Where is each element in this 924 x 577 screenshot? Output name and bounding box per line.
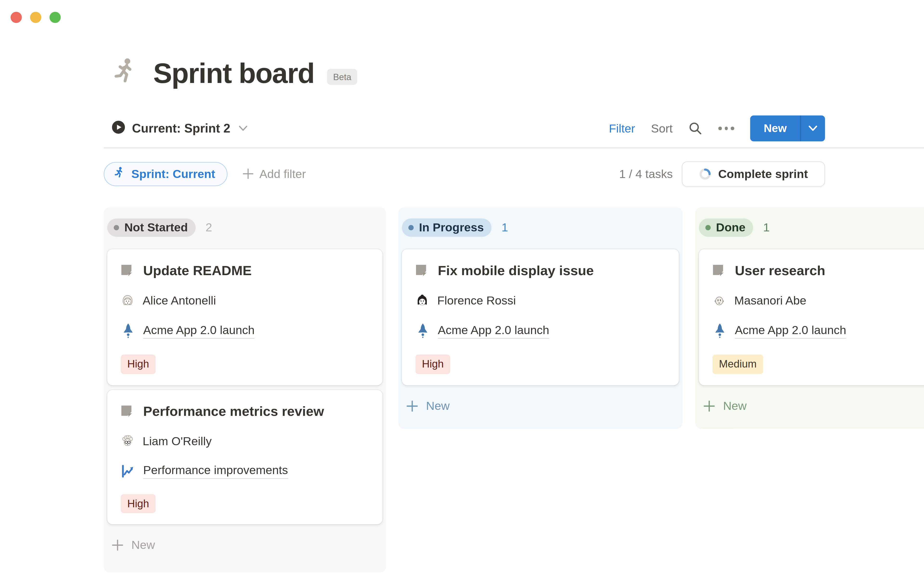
project-link[interactable]: Performance improvements <box>143 464 288 479</box>
plus-icon <box>703 400 715 412</box>
window-minimize-button[interactable] <box>30 12 41 23</box>
complete-sprint-button[interactable]: Complete sprint <box>682 161 825 186</box>
task-card[interactable]: Performance metrics reviewLiam O'ReillyP… <box>107 390 382 524</box>
project-row: Acme App 2.0 launch <box>713 323 924 339</box>
avatar <box>121 294 134 307</box>
sprint-filter-label: Sprint: Current <box>131 167 215 181</box>
column-status-pill[interactable]: Not Started <box>107 219 196 237</box>
board-column-not-started: Not Started2Update READMEAlice Antonelli… <box>104 207 386 572</box>
plus-icon <box>112 540 123 551</box>
column-count: 1 <box>763 221 769 234</box>
page-icon <box>416 264 427 277</box>
task-card[interactable]: Update READMEAlice AntonelliAcme App 2.0… <box>107 249 382 385</box>
rocket-icon <box>713 323 726 339</box>
project-row: Performance improvements <box>121 464 371 479</box>
column-count: 2 <box>205 221 212 234</box>
column-new-button[interactable]: New <box>398 393 682 419</box>
plus-icon <box>406 400 418 412</box>
card-title: Fix mobile display issue <box>438 263 594 279</box>
window-controls <box>11 12 61 23</box>
filter-button[interactable]: Filter <box>609 122 635 135</box>
priority-badge: High <box>121 494 156 513</box>
priority-badge: Medium <box>713 355 763 374</box>
project-link[interactable]: Acme App 2.0 launch <box>438 323 549 338</box>
toolbar-divider <box>104 147 924 148</box>
sprint-board-window: Sprint board Beta Current: Sprint 2 Filt… <box>0 0 924 577</box>
task-card[interactable]: Fix mobile display issueFlorence RossiAc… <box>402 249 679 385</box>
beta-badge: Beta <box>327 69 357 85</box>
assignee-name: Masanori Abe <box>734 294 806 307</box>
assignee-name: Alice Antonelli <box>143 294 216 307</box>
add-filter-button[interactable]: Add filter <box>243 167 306 181</box>
chevron-down-icon[interactable] <box>239 126 247 131</box>
tasks-summary: 1 / 4 tasks <box>619 167 673 181</box>
page-icon <box>121 405 132 417</box>
column-label: In Progress <box>419 221 484 234</box>
column-status-pill[interactable]: Done <box>699 219 753 237</box>
assignee-row: Florence Rossi <box>416 294 667 307</box>
new-button-chevron-icon[interactable] <box>801 116 825 142</box>
more-options-icon[interactable] <box>719 127 734 130</box>
priority-row: High <box>416 355 667 374</box>
plus-icon <box>243 168 254 179</box>
project-link[interactable]: Acme App 2.0 launch <box>735 323 846 338</box>
sprint-filter-chip[interactable]: Sprint: Current <box>104 162 227 186</box>
assignee-row: Alice Antonelli <box>121 294 371 307</box>
sprint-progress-ring <box>699 168 711 180</box>
assignee-name: Florence Rossi <box>437 294 516 307</box>
runner-icon <box>113 166 125 182</box>
task-card[interactable]: User researchMasanori AbeAcme App 2.0 la… <box>699 249 924 385</box>
sort-button[interactable]: Sort <box>651 122 672 135</box>
column-count: 1 <box>502 221 508 234</box>
column-new-label: New <box>131 538 155 552</box>
column-label: Done <box>716 221 745 234</box>
page-icon <box>713 264 724 277</box>
card-title-row: Fix mobile display issue <box>416 263 667 279</box>
column-label: Not Started <box>124 221 188 234</box>
card-title: User research <box>735 263 826 279</box>
column-status-pill[interactable]: In Progress <box>402 219 491 237</box>
line-chart-icon <box>121 464 135 478</box>
column-new-label: New <box>426 399 450 413</box>
avatar <box>121 435 134 448</box>
priority-row: High <box>121 494 371 513</box>
card-title-row: Performance metrics review <box>121 403 371 419</box>
rocket-icon <box>416 323 429 339</box>
rocket-icon <box>122 323 134 339</box>
status-dot-icon <box>705 225 711 230</box>
status-dot-icon <box>114 225 119 230</box>
play-view-icon <box>112 121 125 136</box>
column-new-label: New <box>723 399 747 413</box>
project-link[interactable]: Acme App 2.0 launch <box>143 323 255 338</box>
card-title: Performance metrics review <box>143 403 324 419</box>
view-selector[interactable]: Current: Sprint 2 <box>112 121 247 136</box>
status-dot-icon <box>408 225 414 230</box>
priority-badge: High <box>416 355 450 374</box>
priority-badge: High <box>121 355 156 374</box>
column-new-button[interactable]: New <box>695 393 924 419</box>
assignee-row: Masanori Abe <box>713 294 924 307</box>
page-icon <box>121 264 132 277</box>
card-title-row: Update README <box>121 263 371 279</box>
window-close-button[interactable] <box>11 12 22 23</box>
board-column-in-progress: In Progress1Fix mobile display issueFlor… <box>398 207 682 429</box>
view-label: Current: Sprint 2 <box>132 121 231 135</box>
avatar <box>416 294 429 307</box>
new-button-label[interactable]: New <box>750 116 800 142</box>
card-title: Update README <box>143 263 252 279</box>
priority-row: High <box>121 355 371 374</box>
window-zoom-button[interactable] <box>50 12 61 23</box>
new-button[interactable]: New <box>750 116 825 142</box>
priority-row: Medium <box>713 355 924 374</box>
runner-page-icon[interactable] <box>111 56 138 88</box>
card-title-row: User research <box>713 263 924 279</box>
project-row: Acme App 2.0 launch <box>416 323 667 339</box>
avatar <box>713 294 726 307</box>
column-new-button[interactable]: New <box>104 533 386 558</box>
page-title[interactable]: Sprint board <box>153 58 314 89</box>
assignee-name: Liam O'Reilly <box>143 435 212 448</box>
board-column-done: Done1User researchMasanori AbeAcme App 2… <box>695 207 924 429</box>
project-row: Acme App 2.0 launch <box>121 323 371 339</box>
complete-sprint-label: Complete sprint <box>718 167 808 181</box>
search-icon[interactable] <box>689 121 703 135</box>
